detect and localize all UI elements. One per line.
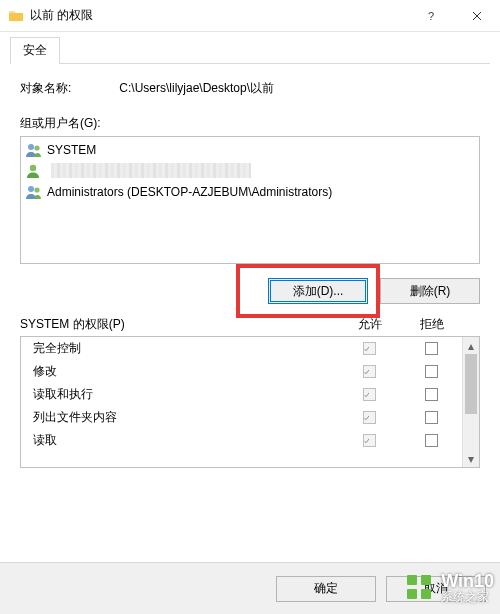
permission-name: 修改 <box>33 363 338 380</box>
allow-column-header: 允许 <box>339 316 401 333</box>
svg-point-2 <box>34 145 39 150</box>
scroll-up-arrow[interactable]: ▴ <box>463 337 479 354</box>
allow-checkbox[interactable] <box>363 434 376 447</box>
allow-checkbox[interactable] <box>363 342 376 355</box>
window-title: 以前 的权限 <box>30 7 93 24</box>
groups-label: 组或用户名(G): <box>20 115 480 132</box>
permission-row: 读取 <box>21 429 462 452</box>
list-item-label: Administrators (DESKTOP-AZJEBUM\Administ… <box>47 185 332 199</box>
deny-checkbox[interactable] <box>425 365 438 378</box>
svg-point-1 <box>28 144 34 150</box>
deny-checkbox[interactable] <box>425 434 438 447</box>
allow-checkbox[interactable] <box>363 388 376 401</box>
add-button[interactable]: 添加(D)... <box>268 278 368 304</box>
cancel-button[interactable]: 取消 <box>386 576 486 602</box>
list-item[interactable] <box>21 160 479 181</box>
tabstrip: 安全 <box>0 32 500 64</box>
object-name-label: 对象名称: <box>20 80 71 97</box>
redacted-username <box>51 163 251 178</box>
scroll-down-arrow[interactable]: ▾ <box>463 450 479 467</box>
scrollbar[interactable]: ▴ ▾ <box>462 337 479 467</box>
permission-row: 读取和执行 <box>21 383 462 406</box>
deny-checkbox[interactable] <box>425 388 438 401</box>
svg-text:?: ? <box>428 11 434 21</box>
deny-column-header: 拒绝 <box>401 316 463 333</box>
user-icon <box>25 163 43 179</box>
permissions-list: 完全控制 修改 读取和执行 列出文件夹内容 读取 <box>20 336 480 468</box>
permission-name: 读取和执行 <box>33 386 338 403</box>
folder-icon <box>8 8 24 24</box>
close-button[interactable] <box>454 0 500 32</box>
svg-point-4 <box>28 186 34 192</box>
dialog-button-bar: 确定 取消 <box>0 562 500 614</box>
groups-listbox[interactable]: SYSTEM Administrators (DESKTOP-AZJEBUM\A… <box>20 136 480 264</box>
deny-checkbox[interactable] <box>425 342 438 355</box>
svg-point-3 <box>30 164 36 170</box>
permissions-title: SYSTEM 的权限(P) <box>20 316 339 333</box>
permission-name: 列出文件夹内容 <box>33 409 338 426</box>
permission-name: 完全控制 <box>33 340 338 357</box>
allow-checkbox[interactable] <box>363 365 376 378</box>
list-item[interactable]: Administrators (DESKTOP-AZJEBUM\Administ… <box>21 181 479 202</box>
scroll-thumb[interactable] <box>465 354 477 414</box>
list-item-label: SYSTEM <box>47 143 96 157</box>
deny-checkbox[interactable] <box>425 411 438 424</box>
help-button[interactable]: ? <box>408 0 454 32</box>
titlebar: 以前 的权限 ? <box>0 0 500 32</box>
allow-checkbox[interactable] <box>363 411 376 424</box>
group-icon <box>25 184 43 200</box>
permission-name: 读取 <box>33 432 338 449</box>
svg-point-5 <box>34 187 39 192</box>
permission-row: 修改 <box>21 360 462 383</box>
list-item[interactable]: SYSTEM <box>21 139 479 160</box>
tab-security[interactable]: 安全 <box>10 37 60 64</box>
remove-button[interactable]: 删除(R) <box>380 278 480 304</box>
permission-row: 列出文件夹内容 <box>21 406 462 429</box>
ok-button[interactable]: 确定 <box>276 576 376 602</box>
object-path: C:\Users\lilyjae\Desktop\以前 <box>119 80 274 97</box>
group-icon <box>25 142 43 158</box>
permission-row: 完全控制 <box>21 337 462 360</box>
